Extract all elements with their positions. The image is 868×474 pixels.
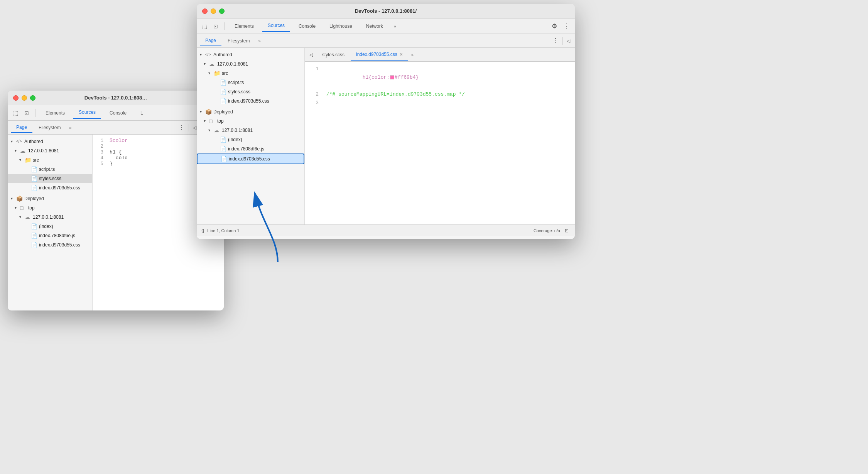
front-index-css2-label: index.d9703d55.css: [229, 155, 270, 163]
back-tab-console[interactable]: Console: [104, 108, 132, 118]
back-script-ts-item[interactable]: 📄 script.ts: [8, 165, 92, 174]
front-top-arrow: [204, 117, 209, 125]
back-host1-label: 127.0.0.1:8081: [28, 147, 59, 155]
front-styles-scss-item[interactable]: 📄 styles.scss: [197, 87, 304, 96]
front-line-1-part2: #ff69b4}: [395, 74, 419, 80]
front-index-js-icon: 📄: [220, 145, 227, 153]
front-expand-icon[interactable]: ⊡: [563, 226, 570, 235]
back-index-js-item[interactable]: 📄 index.7808df6e.js: [8, 231, 92, 240]
front-editor-tabs: ◁ styles.scss index.d9703d55.css × »: [305, 48, 575, 62]
front-top-label: top: [217, 117, 224, 125]
back-file-tree[interactable]: </> Authored ☁ 127.0.0.1:8081 📁 src 📄 sc…: [8, 135, 93, 310]
back-close-btn[interactable]: [13, 95, 19, 101]
front-settings-icon[interactable]: ⚙: [550, 21, 559, 31]
front-line-num-3: 3: [311, 99, 319, 107]
front-host1-item[interactable]: ☁ 127.0.0.1:8081: [197, 59, 304, 69]
front-src-folder-icon: 📁: [214, 69, 221, 77]
back-tab-sources[interactable]: Sources: [73, 107, 101, 119]
back-tab-elements[interactable]: Elements: [40, 108, 70, 118]
back-index-css1-item[interactable]: 📄 index.d9703d55.css: [8, 183, 92, 192]
back-cursor-icon[interactable]: ⬚: [12, 108, 20, 118]
front-deployed-item[interactable]: 📦 Deployed: [197, 107, 304, 116]
front-tab-more[interactable]: »: [392, 23, 399, 29]
front-maximize-btn[interactable]: [219, 8, 225, 14]
front-index-css1-item[interactable]: 📄 index.d9703d55.css: [197, 96, 304, 106]
front-src-label: src: [222, 69, 228, 77]
back-line-content-4: colo: [110, 155, 128, 161]
front-editor-area: ◁ styles.scss index.d9703d55.css × » 1 h…: [305, 48, 575, 224]
back-tab-more[interactable]: »: [67, 125, 74, 131]
front-code-row-2: 2 /*# sourceMappingURL=index.d9703d55.cs…: [311, 90, 569, 99]
front-authored-item[interactable]: </> Authored: [197, 50, 304, 59]
back-top-item[interactable]: □ top: [8, 203, 92, 213]
back-main-toolbar: ⬚ ⊡ Elements Sources Console L ⚙ ⋮: [8, 105, 224, 121]
back-top-label: top: [28, 204, 35, 212]
back-subtab-filesystem[interactable]: Filesystem: [33, 123, 66, 133]
front-index-js-item[interactable]: 📄 index.7808df6e.js: [197, 144, 304, 154]
back-subtab-page[interactable]: Page: [11, 122, 32, 133]
back-deployed-label: Deployed: [24, 195, 44, 202]
front-index-html-item[interactable]: 📄 (index): [197, 135, 304, 144]
back-script-ts-label: script.ts: [39, 165, 55, 173]
front-editor-tab-index-css[interactable]: index.d9703d55.css ×: [351, 49, 408, 61]
front-tab-elements[interactable]: Elements: [229, 21, 259, 31]
front-tab-more-2[interactable]: »: [256, 38, 263, 44]
front-tab-console[interactable]: Console: [293, 21, 321, 31]
front-host2-item[interactable]: ☁ 127.0.0.1:8081: [197, 126, 304, 135]
front-minimize-btn[interactable]: [211, 8, 216, 14]
front-tab-network[interactable]: Network: [361, 21, 388, 31]
front-editor-tab-close-icon[interactable]: ×: [400, 51, 403, 57]
front-script-ts-item[interactable]: 📄 script.ts: [197, 78, 304, 87]
back-index-html-item[interactable]: 📄 (index): [8, 222, 92, 231]
front-top-item[interactable]: □ top: [197, 116, 304, 126]
front-script-ts-label: script.ts: [228, 79, 244, 86]
front-editor-tab-styles[interactable]: styles.scss: [317, 50, 350, 60]
front-tab-lighthouse[interactable]: Lighthouse: [324, 21, 358, 31]
front-script-ts-icon: 📄: [220, 79, 227, 86]
front-index-css2-item[interactable]: 📄 index.d9703d55.css: [197, 154, 304, 164]
back-src-item[interactable]: 📁 src: [8, 155, 92, 165]
front-src-item[interactable]: 📁 src: [197, 69, 304, 78]
front-collapse-icon[interactable]: ◁: [565, 37, 572, 44]
front-color-swatch: [390, 75, 394, 79]
front-subtab-filesystem[interactable]: Filesystem: [222, 36, 255, 46]
front-devtools-window[interactable]: DevTools - 127.0.0.1:8081/ ⬚ ⊡ Elements …: [197, 4, 575, 239]
front-window-title: DevTools - 127.0.0.1:8081/: [355, 8, 417, 14]
front-curly-icon: {}: [201, 228, 204, 233]
back-tab-l[interactable]: L: [135, 108, 149, 118]
front-authored-arrow: [200, 51, 205, 59]
front-device-icon[interactable]: ⊡: [212, 22, 220, 31]
back-maximize-btn[interactable]: [30, 95, 35, 101]
front-file-tree[interactable]: </> Authored ☁ 127.0.0.1:8081 📁 src 📄 sc…: [197, 48, 305, 224]
back-index-css2-item[interactable]: 📄 index.d9703d55.css: [8, 240, 92, 250]
back-index-html-label: (index): [39, 223, 53, 230]
back-src-label: src: [33, 156, 39, 164]
front-tab-menu-btn[interactable]: ⋮: [551, 36, 560, 45]
back-src-folder-icon: 📁: [25, 156, 32, 164]
back-tab-menu-btn[interactable]: ⋮: [177, 123, 186, 132]
back-top-arrow: [15, 204, 20, 212]
back-minimize-btn[interactable]: [22, 95, 27, 101]
front-host2-label: 127.0.0.1:8081: [222, 127, 253, 134]
front-cursor-icon[interactable]: ⬚: [201, 22, 209, 31]
back-device-icon[interactable]: ⊡: [23, 108, 30, 118]
back-host2-item[interactable]: ☁ 127.0.0.1:8081: [8, 213, 92, 222]
front-close-btn[interactable]: [202, 8, 208, 14]
back-styles-scss-item[interactable]: 📄 styles.scss: [8, 174, 92, 183]
back-authored-arrow: [11, 138, 16, 145]
front-tab-sources[interactable]: Sources: [262, 20, 290, 32]
front-more-icon[interactable]: ⋮: [562, 21, 571, 31]
front-subtab-page[interactable]: Page: [200, 35, 221, 46]
back-authored-item[interactable]: </> Authored: [8, 137, 92, 146]
back-line-num-2: 2: [96, 143, 103, 149]
front-body: </> Authored ☁ 127.0.0.1:8081 📁 src 📄 sc…: [197, 48, 575, 224]
back-host1-item[interactable]: ☁ 127.0.0.1:8081: [8, 146, 92, 155]
front-editor-collapse-icon[interactable]: ◁: [308, 51, 314, 58]
front-editor-tab-more[interactable]: »: [409, 52, 416, 58]
front-host1-label: 127.0.0.1:8081: [217, 60, 248, 68]
back-index-js-icon: 📄: [31, 232, 38, 240]
back-deployed-item[interactable]: 📦 Deployed: [8, 194, 92, 203]
front-host1-arrow: [204, 60, 209, 68]
back-traffic-lights: [13, 95, 35, 101]
back-devtools-window[interactable]: DevTools - 127.0.0.1:808… ⬚ ⊡ Elements S…: [8, 91, 224, 310]
